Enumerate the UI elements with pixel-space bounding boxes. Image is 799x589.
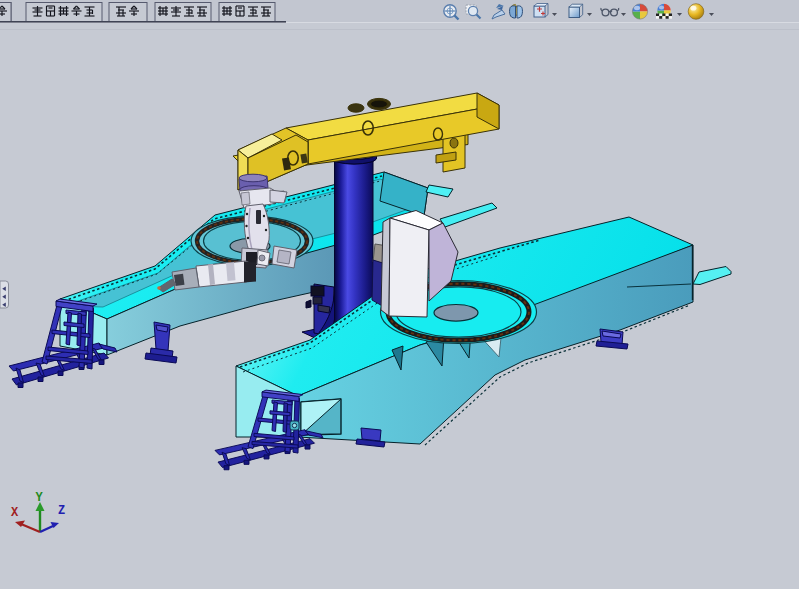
svg-text:Z: Z xyxy=(58,504,65,518)
svg-text:X: X xyxy=(11,506,19,520)
svg-text:Y: Y xyxy=(36,491,44,505)
